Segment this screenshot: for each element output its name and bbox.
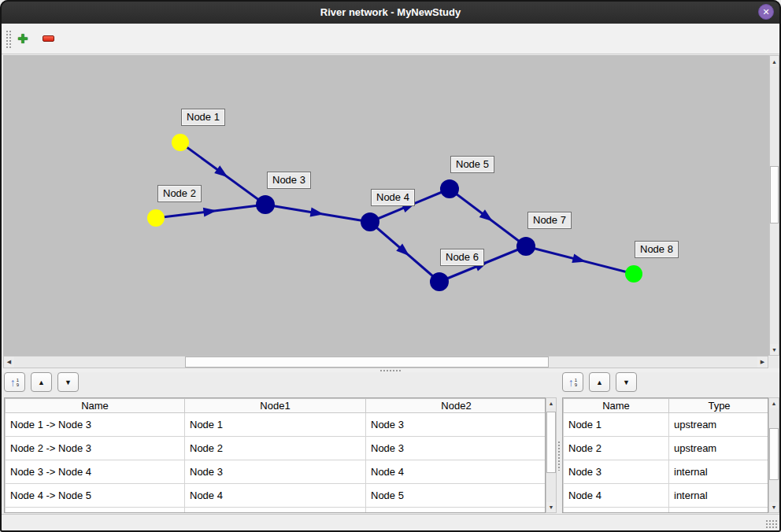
nodes-table-toolbar: ↑ 1 9 ▲ ▼ — [562, 372, 637, 392]
table-cell[interactable]: Node 2 — [185, 437, 366, 460]
resize-grip-icon[interactable] — [765, 519, 777, 530]
scrollbar-thumb[interactable] — [546, 412, 556, 473]
horizontal-scrollbar-thumb[interactable] — [185, 357, 549, 368]
table-cell[interactable]: upstream — [669, 413, 769, 437]
node-circle[interactable] — [430, 272, 449, 291]
sort-button[interactable]: ↑ 1 9 — [562, 372, 583, 392]
scrollbar-corner — [769, 356, 779, 368]
scroll-up-arrow-icon[interactable]: ▲ — [769, 398, 779, 408]
node-circle[interactable] — [440, 179, 459, 198]
table-cell[interactable]: Node 4 -> Node 5 — [6, 484, 185, 508]
up-triangle-icon: ▲ — [596, 379, 603, 386]
node-circle[interactable] — [256, 195, 275, 214]
edges-table: NameNode1Node2Node 1 -> Node 3Node 1Node… — [4, 397, 546, 513]
table-cell[interactable]: Node 1 — [564, 413, 669, 437]
column-header[interactable]: Name — [564, 399, 669, 413]
remove-button[interactable] — [39, 30, 57, 47]
table-cell[interactable]: Node 5 — [366, 484, 546, 508]
table-row[interactable]: Node 1 -> Node 3Node 1Node 3 — [6, 413, 546, 437]
tables-splitter[interactable] — [557, 441, 561, 471]
toolbar-drag-handle[interactable] — [6, 30, 12, 48]
table-cell[interactable]: Node 3 — [366, 437, 546, 460]
table-row[interactable]: Node 2upstream — [564, 437, 769, 460]
node-label[interactable]: Node 2 — [157, 185, 202, 202]
node-label[interactable]: Node 5 — [450, 156, 494, 173]
node-label[interactable]: Node 1 — [181, 109, 225, 126]
node-circle[interactable] — [516, 237, 535, 256]
vertical-scrollbar-thumb[interactable] — [770, 166, 779, 224]
scroll-up-arrow-icon[interactable]: ▲ — [546, 398, 556, 408]
edges-table-scrollbar[interactable]: ▲ ▼ — [546, 397, 557, 513]
move-up-button[interactable]: ▲ — [31, 372, 52, 392]
close-icon: ✕ — [762, 7, 769, 17]
toolbar: ✚ — [0, 24, 781, 54]
sort-icon: ↑ 1 9 — [10, 377, 19, 388]
move-down-button[interactable]: ▼ — [616, 372, 637, 392]
edge-arrowhead-icon — [572, 253, 587, 266]
table-cell[interactable]: Node 4 — [564, 484, 669, 508]
table-cell[interactable]: Node 3 — [185, 460, 366, 484]
node-label[interactable]: Node 8 — [635, 241, 679, 258]
column-header[interactable]: Node2 — [366, 399, 546, 413]
node-circle[interactable] — [147, 209, 165, 227]
down-triangle-icon: ▼ — [623, 379, 630, 386]
move-up-button[interactable]: ▲ — [589, 372, 610, 392]
node-label[interactable]: Node 3 — [267, 172, 311, 189]
splitter-grip-icon — [379, 369, 402, 371]
status-bar — [0, 514, 781, 532]
scroll-down-arrow-icon[interactable]: ▼ — [770, 344, 779, 355]
edges-table-toolbar: ↑ 1 9 ▲ ▼ — [4, 372, 79, 392]
empty-cell — [564, 508, 669, 514]
table-cell[interactable]: Node 1 -> Node 3 — [6, 413, 185, 437]
table-cell[interactable]: Node 2 -> Node 3 — [6, 437, 185, 460]
node-circle[interactable] — [625, 265, 642, 283]
column-header[interactable]: Type — [669, 399, 769, 413]
pane-splitter[interactable] — [0, 368, 781, 372]
nodes-table-scrollbar[interactable]: ▲ ▼ — [768, 397, 779, 513]
scroll-down-arrow-icon[interactable]: ▼ — [769, 502, 779, 512]
column-header[interactable]: Name — [6, 399, 185, 413]
plus-icon: ✚ — [17, 31, 28, 46]
table-row[interactable]: Node 4 -> Node 5Node 4Node 5 — [6, 484, 546, 508]
table-cell[interactable]: internal — [669, 484, 769, 508]
close-button[interactable]: ✕ — [758, 4, 774, 20]
table-cell[interactable]: Node 2 — [564, 437, 669, 460]
add-button[interactable]: ✚ — [14, 30, 31, 47]
network-canvas[interactable]: Node 1Node 2Node 3Node 4Node 5Node 6Node… — [3, 55, 769, 356]
sort-button[interactable]: ↑ 1 9 — [4, 372, 25, 392]
table-row[interactable]: Node 3 -> Node 4Node 3Node 4 — [6, 460, 546, 484]
table-cell[interactable]: Node 3 — [366, 413, 546, 437]
table-cell[interactable]: internal — [669, 460, 769, 484]
title-bar: River network - MyNewStudy ✕ — [0, 0, 781, 24]
table-cell[interactable]: upstream — [669, 437, 769, 460]
window-title: River network - MyNewStudy — [320, 6, 461, 18]
scroll-down-arrow-icon[interactable]: ▼ — [546, 502, 556, 512]
empty-cell — [6, 508, 185, 514]
column-header[interactable]: Node1 — [185, 399, 366, 413]
node-label[interactable]: Node 7 — [527, 212, 572, 229]
canvas-vertical-scrollbar[interactable]: ▲ ▼ — [769, 55, 779, 356]
node-label[interactable]: Node 6 — [440, 249, 484, 266]
empty-row — [564, 508, 769, 514]
table-row[interactable]: Node 4internal — [564, 484, 769, 508]
empty-cell — [669, 508, 769, 514]
table-cell[interactable]: Node 3 -> Node 4 — [6, 460, 185, 484]
scroll-up-arrow-icon[interactable]: ▲ — [770, 56, 779, 67]
table-row[interactable]: Node 3internal — [564, 460, 769, 484]
table-row[interactable]: Node 2 -> Node 3Node 2Node 3 — [6, 437, 546, 460]
node-circle[interactable] — [361, 212, 379, 231]
node-circle[interactable] — [172, 134, 189, 151]
move-down-button[interactable]: ▼ — [57, 372, 79, 392]
scroll-right-arrow-icon[interactable]: ▶ — [757, 357, 768, 368]
scrollbar-thumb[interactable] — [769, 428, 779, 480]
table-cell[interactable]: Node 1 — [185, 413, 366, 437]
table-cell[interactable]: Node 4 — [185, 484, 366, 508]
scroll-left-arrow-icon[interactable]: ◀ — [4, 357, 14, 368]
table-cell[interactable]: Node 3 — [564, 460, 669, 484]
node-label[interactable]: Node 4 — [371, 189, 415, 206]
table-row[interactable]: Node 1upstream — [564, 413, 769, 437]
canvas-horizontal-scrollbar[interactable]: ◀ ▶ — [3, 356, 768, 368]
empty-row — [6, 508, 546, 514]
table-cell[interactable]: Node 4 — [366, 460, 546, 484]
empty-cell — [185, 508, 366, 514]
